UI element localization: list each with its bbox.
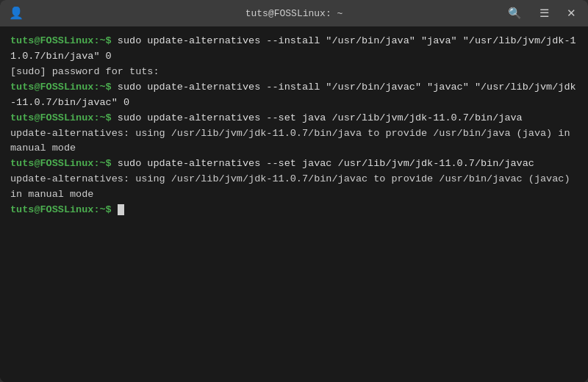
terminal-line-1: tuts@FOSSLinux:~$ sudo update-alternativ… <box>10 34 578 65</box>
terminal-icon: 👤 <box>9 6 24 21</box>
cmd-4: sudo update-alternatives --set java /usr… <box>118 112 523 123</box>
prompt-6: tuts@FOSSLinux:~$ <box>10 158 118 169</box>
terminal-line-5: update-alternatives: using /usr/lib/jvm/… <box>10 126 578 157</box>
prompt-8: tuts@FOSSLinux:~$ <box>10 204 118 215</box>
cmd-6: sudo update-alternatives --set javac /us… <box>118 158 534 169</box>
terminal-line-8: tuts@FOSSLinux:~$ <box>10 203 578 218</box>
prompt-3: tuts@FOSSLinux:~$ <box>10 82 118 93</box>
terminal-line-4: tuts@FOSSLinux:~$ sudo update-alternativ… <box>10 111 578 126</box>
title-bar-left: 👤 <box>9 6 24 21</box>
cursor <box>118 204 124 215</box>
terminal-window: 👤 tuts@FOSSLinux: ~ 🔍 ☰ ✕ tuts@FOSSLinux… <box>0 0 588 382</box>
title-bar-controls: 🔍 ☰ ✕ <box>505 5 579 21</box>
menu-button[interactable]: ☰ <box>537 5 552 21</box>
terminal-line-3: tuts@FOSSLinux:~$ sudo update-alternativ… <box>10 80 578 111</box>
prompt-4: tuts@FOSSLinux:~$ <box>10 112 118 123</box>
close-button[interactable]: ✕ <box>564 5 579 21</box>
terminal-line-7: update-alternatives: using /usr/lib/jvm/… <box>10 172 578 203</box>
title-bar: 👤 tuts@FOSSLinux: ~ 🔍 ☰ ✕ <box>0 0 588 26</box>
terminal-line-2: [sudo] password for tuts: <box>10 65 578 80</box>
terminal-body[interactable]: tuts@FOSSLinux:~$ sudo update-alternativ… <box>0 26 588 382</box>
prompt-1: tuts@FOSSLinux:~$ <box>10 35 118 46</box>
terminal-line-6: tuts@FOSSLinux:~$ sudo update-alternativ… <box>10 156 578 172</box>
search-button[interactable]: 🔍 <box>505 5 525 21</box>
window-title: tuts@FOSSLinux: ~ <box>245 8 343 19</box>
